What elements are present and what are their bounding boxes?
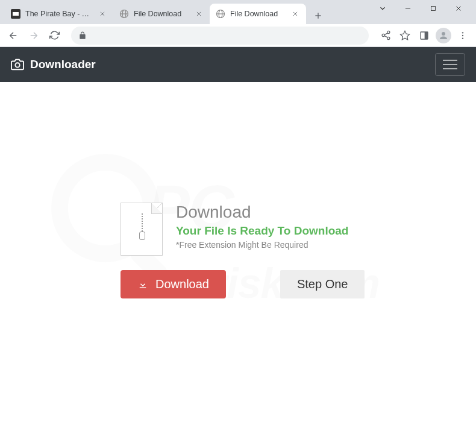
hamburger-icon: [443, 64, 457, 65]
lock-icon: [78, 31, 87, 40]
download-arrow-icon: [137, 279, 148, 290]
button-row: Download Step One: [121, 270, 476, 298]
window-maximize-icon[interactable]: [429, 4, 437, 13]
svg-rect-5: [13, 12, 19, 16]
svg-point-29: [462, 37, 463, 39]
tab-close-icon[interactable]: [290, 9, 300, 19]
profile-avatar[interactable]: [435, 27, 452, 44]
url-bar[interactable]: [71, 27, 369, 45]
download-button-label: Download: [155, 277, 209, 291]
tab-title: File Download: [230, 10, 286, 18]
svg-point-26: [442, 32, 445, 36]
download-button[interactable]: Download: [121, 270, 226, 298]
step-one-button[interactable]: Step One: [280, 270, 365, 298]
tab-close-icon[interactable]: [194, 9, 204, 19]
page-header: Downloader: [0, 47, 476, 82]
forward-button[interactable]: [25, 27, 42, 44]
brand[interactable]: Downloader: [11, 58, 96, 71]
share-icon[interactable]: [377, 27, 394, 44]
menu-dots-icon[interactable]: [454, 27, 471, 44]
svg-rect-25: [425, 32, 428, 39]
extension-note: *Free Extension Might Be Required: [176, 240, 348, 250]
panel-icon[interactable]: [416, 27, 433, 44]
window-chevron-icon[interactable]: [378, 4, 387, 13]
favicon-globe-icon: [216, 9, 225, 19]
tab-file-download-2[interactable]: File Download: [210, 4, 306, 24]
reload-button[interactable]: [46, 27, 63, 44]
brand-label: Downloader: [30, 58, 96, 71]
back-button[interactable]: [5, 27, 22, 44]
tab-close-icon[interactable]: [98, 9, 107, 19]
window-close-icon[interactable]: [454, 4, 463, 13]
svg-point-30: [15, 63, 19, 67]
browser-toolbar: [0, 24, 476, 47]
tab-title: File Download: [134, 10, 189, 18]
hamburger-menu-button[interactable]: [435, 53, 465, 76]
tab-file-download-1[interactable]: File Download: [113, 4, 210, 24]
content: Download Your File Is Ready To Download …: [0, 82, 476, 298]
zip-file-icon: [121, 203, 163, 256]
favicon-custom-icon: [11, 9, 20, 19]
download-block: Download Your File Is Ready To Download …: [121, 203, 476, 256]
favicon-globe-icon: [119, 9, 129, 19]
tab-pirate-bay[interactable]: The Pirate Bay - The: [5, 4, 113, 24]
camera-icon: [11, 58, 24, 71]
svg-point-21: [382, 34, 384, 36]
svg-marker-23: [401, 31, 410, 39]
svg-point-22: [387, 37, 389, 39]
svg-point-27: [462, 32, 463, 33]
svg-point-28: [462, 34, 463, 36]
window-minimize-icon[interactable]: [404, 4, 412, 13]
ready-text: Your File Is Ready To Download: [176, 224, 348, 238]
svg-rect-1: [431, 7, 436, 11]
svg-point-20: [387, 31, 389, 33]
new-tab-button[interactable]: [310, 7, 327, 24]
bookmark-star-icon[interactable]: [396, 27, 413, 44]
download-text: Download Your File Is Ready To Download …: [176, 203, 348, 250]
window-controls: [378, 6, 470, 11]
download-heading: Download: [176, 203, 348, 222]
avatar-icon: [436, 28, 451, 43]
tab-title: The Pirate Bay - The: [25, 10, 93, 18]
